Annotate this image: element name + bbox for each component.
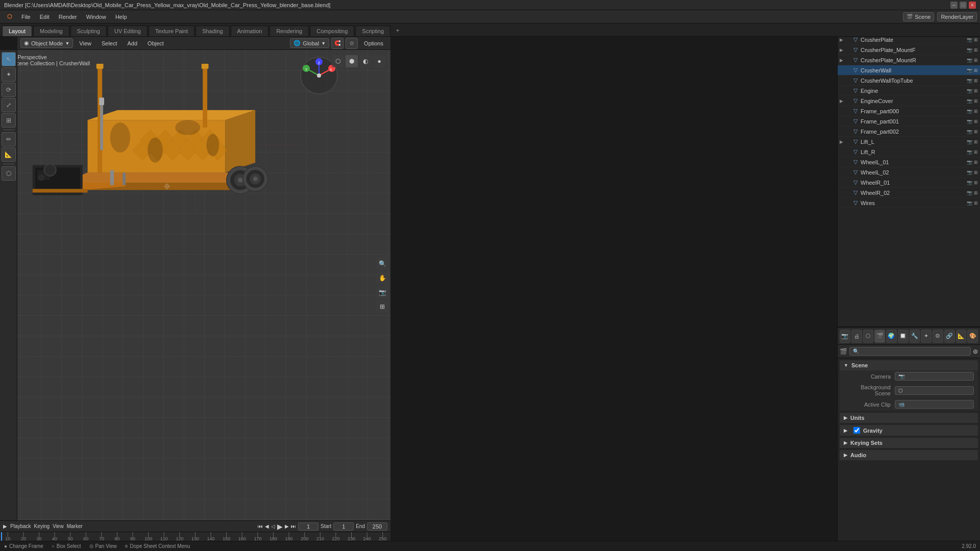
- grab-tool[interactable]: ✋: [376, 272, 388, 284]
- prop-tab-object[interactable]: 🔲: [898, 330, 909, 343]
- add-workspace-btn[interactable]: +: [391, 24, 404, 36]
- scene-selector[interactable]: 🎬 Scene: [903, 12, 934, 21]
- tree-item-engine[interactable]: ▽ Engine 📷 ⊞: [838, 86, 980, 96]
- menu-window[interactable]: Window: [82, 13, 110, 21]
- scene-section-header[interactable]: ▼ Scene: [840, 360, 978, 370]
- tab-scripting[interactable]: Scripting: [355, 26, 390, 36]
- tree-item-wheelr02[interactable]: ▽ WheelR_02 📷 ⊞: [838, 188, 980, 198]
- tree-item-lift-l[interactable]: ▶ ▽ Lift_L 📷 ⊞: [838, 137, 980, 147]
- keying-label[interactable]: Keying: [34, 523, 50, 529]
- menu-edit[interactable]: Edit: [36, 13, 54, 21]
- maximize-btn[interactable]: □: [960, 2, 967, 9]
- active-clip-value[interactable]: 📹: [895, 400, 974, 409]
- go-start-btn[interactable]: ⏮: [258, 523, 263, 529]
- background-scene-value[interactable]: ⬡: [895, 386, 974, 395]
- tab-layout[interactable]: Layout: [2, 26, 32, 36]
- proportional-edit[interactable]: ⊙: [346, 38, 358, 49]
- tool-measure[interactable]: 📐: [2, 147, 16, 162]
- render-layer-selector[interactable]: RenderLayer: [937, 12, 977, 21]
- prop-tab-world[interactable]: 🌍: [886, 330, 897, 343]
- tab-texture-paint[interactable]: Texture Paint: [149, 26, 194, 36]
- prop-tab-physics[interactable]: ⚙: [933, 330, 943, 343]
- timeline-ruler[interactable]: 10 20 30 40 50 60 70 80 90 100: [0, 532, 390, 541]
- camera-value[interactable]: 📷: [895, 372, 974, 381]
- audio-header[interactable]: ▶ Audio: [840, 450, 978, 460]
- prop-tab-constraints[interactable]: 🔗: [944, 330, 955, 343]
- tree-item-wheelr01[interactable]: ▽ WheelR_01 📷 ⊞: [838, 178, 980, 188]
- go-end-btn[interactable]: ⏭: [291, 523, 296, 529]
- object-mode-selector[interactable]: ◉ Object Mode ▼: [20, 38, 73, 48]
- units-section-header[interactable]: ▶ Units: [840, 413, 978, 423]
- tree-item-frame002[interactable]: ▽ Frame_part002 📷 ⊞: [838, 127, 980, 137]
- marker-label[interactable]: Marker: [67, 523, 83, 529]
- tab-uv-editing[interactable]: UV Editing: [108, 26, 148, 36]
- tab-animation[interactable]: Animation: [231, 26, 269, 36]
- prop-tab-output[interactable]: 🖨: [851, 330, 862, 343]
- gravity-checkbox[interactable]: [853, 427, 860, 434]
- prop-tab-render[interactable]: 📷: [840, 330, 850, 343]
- playback-label[interactable]: Playback: [10, 523, 31, 529]
- current-frame-input[interactable]: [298, 522, 318, 531]
- prop-search-input[interactable]: [849, 347, 971, 356]
- tool-add-cube[interactable]: ⬡: [2, 166, 16, 181]
- viewport-shading-material[interactable]: ◐: [359, 55, 372, 67]
- tab-sculpting[interactable]: Sculpting: [70, 26, 107, 36]
- viewport-3d[interactable]: User Perspective (1) Scene Collection | …: [0, 50, 390, 520]
- vp-object-menu[interactable]: Object: [143, 39, 168, 47]
- viewport-shading-wire[interactable]: ⬡: [332, 55, 344, 67]
- tool-annotate[interactable]: ✏: [2, 132, 16, 146]
- menu-render[interactable]: Render: [55, 13, 81, 21]
- camera-view-btn[interactable]: 📷: [376, 286, 388, 298]
- tree-item-wheell02[interactable]: ▽ WheelL_02 📷 ⊞: [838, 167, 980, 178]
- tool-transform[interactable]: ⊞: [2, 113, 16, 128]
- tool-move[interactable]: ✦: [2, 67, 16, 82]
- play-reverse-btn[interactable]: ◁: [271, 523, 275, 529]
- viewport-shading-render[interactable]: ●: [373, 55, 385, 67]
- menu-file[interactable]: File: [17, 13, 35, 21]
- close-btn[interactable]: ✕: [969, 2, 976, 9]
- minimize-btn[interactable]: ─: [950, 2, 958, 9]
- tree-item-enginecover[interactable]: ▶ ▽ EngineCover 📷 ⊞: [838, 96, 980, 106]
- tree-item-crusherwall-toptube[interactable]: ▽ CrusherWallTopTube 📷 ⊞: [838, 76, 980, 86]
- tree-item-wires[interactable]: ▽ Wires 📷 ⊞: [838, 198, 980, 208]
- prop-tab-view-layer[interactable]: ⬡: [863, 330, 874, 343]
- prev-frame-btn[interactable]: ◀: [265, 523, 269, 529]
- view-label[interactable]: View: [53, 523, 64, 529]
- start-frame-input[interactable]: [333, 522, 354, 531]
- tool-rotate[interactable]: ⟳: [2, 83, 16, 97]
- menu-help[interactable]: Help: [111, 13, 131, 21]
- tree-item-wheell01[interactable]: ▽ WheelL_01 📷 ⊞: [838, 157, 980, 167]
- tree-item-frame000[interactable]: ▽ Frame_part000 📷 ⊞: [838, 106, 980, 116]
- snap-toggle[interactable]: 🧲: [331, 38, 344, 49]
- tree-item-crusherplate-mountr[interactable]: ▶ ▽ CrusherPlate_MountR 📷 ⊞: [838, 55, 980, 65]
- gravity-section-header[interactable]: ▶ Gravity: [840, 425, 978, 436]
- prop-tab-scene[interactable]: 🎬: [874, 330, 885, 343]
- keying-sets-header[interactable]: ▶ Keying Sets: [840, 438, 978, 448]
- overlay-btn[interactable]: ⊞: [376, 300, 388, 313]
- prop-tab-modifier[interactable]: 🔧: [910, 330, 920, 343]
- end-frame-input[interactable]: [367, 522, 387, 531]
- tree-item-lift-r[interactable]: ▽ Lift_R 📷 ⊞: [838, 147, 980, 157]
- blender-logo-btn[interactable]: ⬡: [3, 12, 16, 21]
- search-viewport-btn[interactable]: 🔍: [376, 258, 388, 270]
- prop-tab-particles[interactable]: ✦: [921, 330, 932, 343]
- vp-add-menu[interactable]: Add: [124, 39, 142, 47]
- prop-filter-icon[interactable]: ⊜: [973, 348, 978, 355]
- tree-item-crusherplate-mountf[interactable]: ▶ ▽ CrusherPlate_MountF 📷 ⊞: [838, 45, 980, 55]
- tab-rendering[interactable]: Rendering: [270, 26, 309, 36]
- prop-tab-data[interactable]: 📐: [956, 330, 967, 343]
- tree-item-frame001[interactable]: ▽ Frame_part001 📷 ⊞: [838, 116, 980, 127]
- global-transform-selector[interactable]: 🌐 Global ▼: [290, 38, 329, 48]
- vp-select-menu[interactable]: Select: [97, 39, 121, 47]
- prop-tab-material[interactable]: 🎨: [967, 330, 978, 343]
- tab-modeling[interactable]: Modeling: [33, 26, 69, 36]
- tree-item-crusherwall[interactable]: ▽ CrusherWall 📷 ⊞: [838, 65, 980, 76]
- options-menu[interactable]: Options: [360, 39, 387, 47]
- tab-shading[interactable]: Shading: [195, 26, 229, 36]
- tab-compositing[interactable]: Compositing: [310, 26, 354, 36]
- next-frame-btn[interactable]: ▶: [285, 523, 289, 529]
- tool-scale[interactable]: ⤢: [2, 98, 16, 112]
- viewport-shading-solid[interactable]: ⬢: [346, 55, 358, 67]
- tool-cursor[interactable]: ↖: [2, 52, 16, 66]
- vp-view-menu[interactable]: View: [75, 39, 95, 47]
